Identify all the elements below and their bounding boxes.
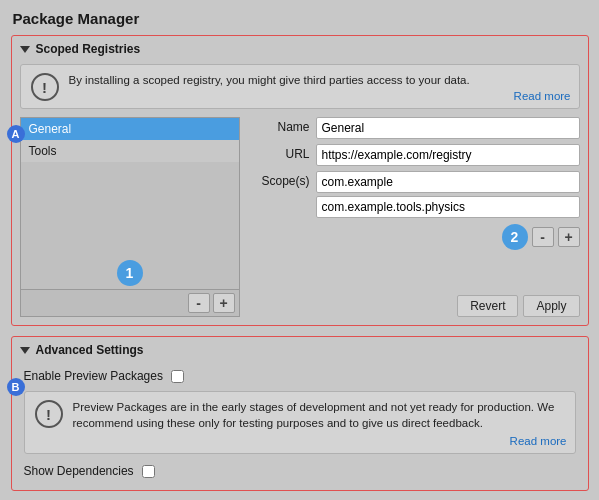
warning-banner: ! By installing a scoped registry, you m… [20,64,580,109]
list-badge-1: 1 [117,260,143,286]
badge-a: A [7,125,25,143]
scoped-registries-label: Scoped Registries [36,42,141,56]
name-label: Name [248,117,310,134]
list-bottom-bar: - + [21,289,239,316]
scope-input-2-row [316,196,580,218]
advanced-settings-section: Advanced Settings Enable Preview Package… [11,336,589,491]
form-spacer [248,255,580,286]
list-remove-button[interactable]: - [188,293,210,313]
dependencies-label: Show Dependencies [24,464,134,478]
preview-warning-icon: ! [35,400,63,428]
read-more-link-top[interactable]: Read more [514,90,571,102]
dependencies-checkbox[interactable] [142,465,155,478]
apply-button[interactable]: Apply [523,295,579,317]
page-title: Package Manager [11,10,589,27]
list-item-general[interactable]: General [21,118,239,140]
scope-remove-button[interactable]: - [532,227,554,247]
scope-row: Scope(s) 2 - + [248,171,580,250]
preview-row: Enable Preview Packages [20,365,580,387]
dependencies-row: Show Dependencies [20,460,580,482]
list-item-tools[interactable]: Tools [21,140,239,162]
scope-label: Scope(s) [248,171,310,188]
list-add-button[interactable]: + [213,293,235,313]
url-input[interactable] [316,144,580,166]
advanced-collapse-icon[interactable] [20,347,30,354]
scope-controls: 2 - + [316,224,580,250]
form-actions: Revert Apply [248,295,580,317]
warning-icon: ! [31,73,59,101]
scope-field-group: 2 - + [316,171,580,250]
name-row: Name [248,117,580,139]
preview-label: Enable Preview Packages [24,369,163,383]
advanced-settings-header: Advanced Settings [20,343,580,357]
preview-warning-banner: ! Preview Packages are in the early stag… [24,391,576,454]
name-field-group [316,117,580,139]
read-more-link-bottom[interactable]: Read more [510,435,567,447]
preview-checkbox[interactable] [171,370,184,383]
registry-list-panel: General Tools 1 - + [20,117,240,317]
scope-input-1[interactable] [316,171,580,193]
name-input[interactable] [316,117,580,139]
scoped-registries-header: Scoped Registries [20,42,580,56]
scope-add-button[interactable]: + [558,227,580,247]
advanced-settings-label: Advanced Settings [36,343,144,357]
scoped-registries-section: Scoped Registries ! By installing a scop… [11,35,589,326]
form-badge-2: 2 [502,224,528,250]
scope-input-2[interactable] [316,196,580,218]
collapse-icon[interactable] [20,46,30,53]
warning-text: By installing a scoped registry, you mig… [69,74,470,86]
url-label: URL [248,144,310,161]
revert-button[interactable]: Revert [457,295,518,317]
preview-warning-text: Preview Packages are in the early stages… [73,401,555,429]
form-panel: Name URL Scope(s) [248,117,580,317]
url-row: URL [248,144,580,166]
url-field-group [316,144,580,166]
content-area: General Tools 1 - + Name [20,117,580,317]
badge-b: B [7,378,25,396]
